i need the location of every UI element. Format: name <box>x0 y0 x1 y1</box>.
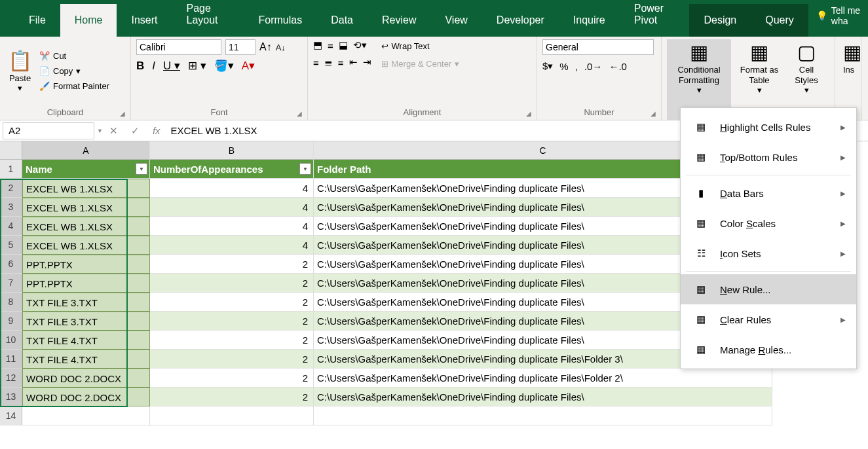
font-color-button[interactable]: A▾ <box>242 59 255 73</box>
currency-button[interactable]: $▾ <box>542 60 553 72</box>
cell-name[interactable]: TXT FILE 4.TXT <box>22 350 150 368</box>
cell-name[interactable]: EXCEL WB 1.XLSX <box>22 217 150 236</box>
cell-appearances[interactable]: 2 <box>150 255 314 274</box>
number-format[interactable] <box>542 39 654 55</box>
row-header-5[interactable]: 5 <box>0 236 22 255</box>
copy-button[interactable]: 📄Copy ▾ <box>37 64 111 78</box>
tab-insert[interactable]: Insert <box>117 4 172 37</box>
cell-appearances[interactable]: 2 <box>150 274 314 293</box>
tab-review[interactable]: Review <box>368 4 430 37</box>
filter-name[interactable]: ▼ <box>136 163 147 175</box>
tab-home[interactable]: Home <box>60 4 117 37</box>
tab-power-pivot[interactable]: Power Pivot <box>620 0 690 37</box>
number-launcher[interactable]: ◢ <box>651 110 656 117</box>
cf-highlight-rules[interactable]: ▦ Highlight Cells Rules ▶ <box>681 112 856 142</box>
cell-appearances[interactable]: 4 <box>150 217 314 236</box>
orientation[interactable]: ⟲▾ <box>353 39 367 51</box>
row-header-6[interactable]: 6 <box>0 255 22 274</box>
align-right[interactable]: ≡ <box>338 57 344 68</box>
tab-design[interactable]: Design <box>689 4 751 37</box>
cancel-formula[interactable]: ✕ <box>103 125 124 137</box>
tab-query[interactable]: Query <box>751 4 808 37</box>
increase-indent[interactable]: ⇥ <box>363 56 371 68</box>
row-header-9[interactable]: 9 <box>0 312 22 331</box>
cell-name[interactable]: TXT FILE 4.TXT <box>22 331 150 350</box>
cell-appearances[interactable]: 2 <box>150 368 314 387</box>
row-header-13[interactable]: 13 <box>0 387 22 406</box>
cell-appearances[interactable]: 4 <box>150 236 314 255</box>
align-top[interactable]: ⬒ <box>313 39 322 51</box>
cell-name[interactable]: WORD DOC 2.DOCX <box>22 368 150 387</box>
cell-appearances[interactable]: 4 <box>150 179 314 198</box>
font-size[interactable] <box>225 39 255 55</box>
row-header-2[interactable]: 2 <box>0 179 22 198</box>
tab-file[interactable]: File <box>14 4 60 37</box>
row-header-14[interactable]: 14 <box>0 406 22 425</box>
col-header-a[interactable]: A <box>22 141 150 160</box>
cell-appearances[interactable]: 2 <box>150 350 314 368</box>
paste-button[interactable]: 📋 Paste▾ <box>5 48 35 94</box>
border-button[interactable]: ⊞ ▾ <box>188 59 206 73</box>
cf-icon-sets[interactable]: ☷ Icon Sets ▶ <box>681 238 856 268</box>
header-appearances[interactable]: NumberOfAppearances▼ <box>150 160 314 179</box>
cell-appearances[interactable]: 2 <box>150 293 314 312</box>
tab-formulas[interactable]: Formulas <box>244 4 317 37</box>
font-name[interactable] <box>136 39 221 55</box>
fx-button[interactable]: fx <box>146 125 167 136</box>
cell-name[interactable]: EXCEL WB 1.XLSX <box>22 198 150 217</box>
cf-new-rule[interactable]: ▦ New Rule... <box>681 274 856 304</box>
row-header-7[interactable]: 7 <box>0 274 22 293</box>
merge-center-button[interactable]: ⊞Merge & Center ▾ <box>379 57 462 71</box>
cf-clear-rules[interactable]: ▦ Clear Rules ▶ <box>681 304 856 334</box>
insert-button[interactable]: ▦ Ins <box>840 39 856 76</box>
cell-name[interactable]: WORD DOC 2.DOCX <box>22 387 150 406</box>
underline-button[interactable]: U ▾ <box>163 59 180 73</box>
header-name[interactable]: Name▼ <box>22 160 150 179</box>
format-painter-button[interactable]: 🖌️Format Painter <box>37 79 111 93</box>
font-launcher[interactable]: ◢ <box>297 110 302 117</box>
cell-empty[interactable] <box>22 406 150 425</box>
cf-manage-rules[interactable]: ▦ Manage Rules... <box>681 334 856 365</box>
tab-data[interactable]: Data <box>316 4 368 37</box>
decrease-decimal[interactable]: ←.0 <box>609 61 627 72</box>
col-header-b[interactable]: B <box>150 141 314 160</box>
cell-appearances[interactable]: 2 <box>150 331 314 350</box>
grow-font[interactable]: A↑ <box>259 41 272 53</box>
name-box[interactable] <box>3 122 94 139</box>
wrap-text-button[interactable]: ↩Wrap Text <box>379 39 462 53</box>
row-header-10[interactable]: 10 <box>0 331 22 350</box>
tab-developer[interactable]: Developer <box>482 4 559 37</box>
cut-button[interactable]: ✂️Cut <box>37 49 111 63</box>
cell-name[interactable]: PPT.PPTX <box>22 274 150 293</box>
cf-data-bars[interactable]: ▮ Data Bars ▶ <box>681 178 856 208</box>
increase-decimal[interactable]: .0→ <box>584 61 603 72</box>
cf-color-scales[interactable]: ▦ Color Scales ▶ <box>681 208 856 238</box>
tab-inquire[interactable]: Inquire <box>559 4 620 37</box>
row-header-1[interactable]: 1 <box>0 160 22 179</box>
tab-page-layout[interactable]: Page Layout <box>172 0 244 37</box>
comma-button[interactable]: , <box>575 61 578 72</box>
align-bottom[interactable]: ⬓ <box>339 39 348 51</box>
align-center[interactable]: ≣ <box>324 56 333 68</box>
row-header-3[interactable]: 3 <box>0 198 22 217</box>
row-header-8[interactable]: 8 <box>0 293 22 312</box>
accept-formula[interactable]: ✓ <box>124 125 146 137</box>
cell-appearances[interactable]: 4 <box>150 198 314 217</box>
filter-appearances[interactable]: ▼ <box>299 163 311 175</box>
cell-name[interactable]: PPT.PPTX <box>22 255 150 274</box>
alignment-launcher[interactable]: ◢ <box>526 110 531 117</box>
cell-name[interactable]: EXCEL WB 1.XLSX <box>22 236 150 255</box>
percent-button[interactable]: % <box>559 61 568 72</box>
italic-button[interactable]: I <box>152 60 155 73</box>
row-header-11[interactable]: 11 <box>0 350 22 368</box>
cf-top-bottom[interactable]: ▦ Top/Bottom Rules ▶ <box>681 142 856 172</box>
tab-view[interactable]: View <box>430 4 481 37</box>
tell-me[interactable]: 💡 Tell me wha <box>811 0 868 37</box>
cell-name[interactable]: EXCEL WB 1.XLSX <box>22 179 150 198</box>
fill-color-button[interactable]: 🪣▾ <box>214 59 234 73</box>
align-left[interactable]: ≡ <box>313 57 319 68</box>
cell-path[interactable]: C:\Users\GašperKamenšek\OneDrive\Finding… <box>314 387 772 406</box>
row-header-12[interactable]: 12 <box>0 368 22 387</box>
cell-appearances[interactable]: 2 <box>150 387 314 406</box>
select-all-corner[interactable] <box>0 141 22 160</box>
